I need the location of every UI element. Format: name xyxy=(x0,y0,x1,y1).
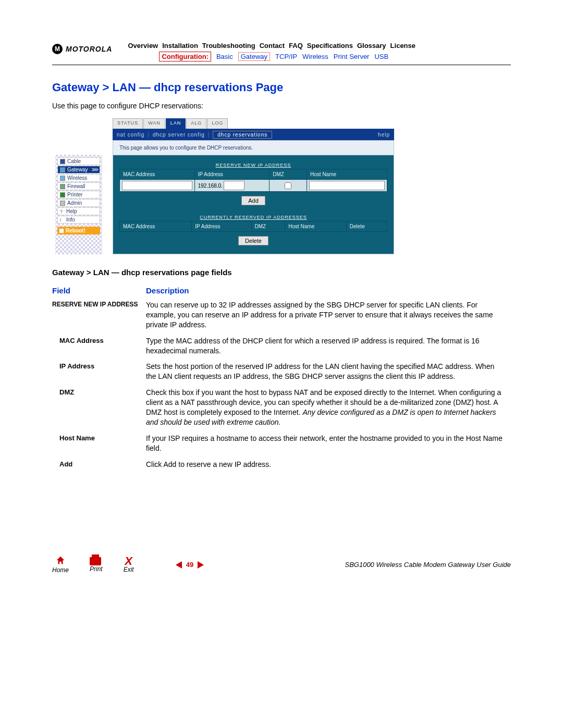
intro-text: Use this page to configure DHCP reservat… xyxy=(52,102,511,110)
field-desc: Click Add to reserve a new IP address. xyxy=(146,456,511,473)
col-description: Description xyxy=(146,284,511,297)
field-name: DMZ xyxy=(52,385,146,430)
guide-title: SBG1000 Wireless Cable Modem Gateway Use… xyxy=(345,561,511,569)
field-desc: Type the MAC address of the DHCP client … xyxy=(146,333,511,359)
sidenav-firewall[interactable]: Firewall xyxy=(57,182,100,190)
nav-configuration[interactable]: Configuration: xyxy=(159,52,211,61)
nav-contact[interactable]: Contact xyxy=(260,42,285,50)
tab-lan[interactable]: LAN xyxy=(166,118,186,129)
nav-glossary[interactable]: Glossary xyxy=(357,42,386,50)
field-name: MAC Address xyxy=(52,333,146,359)
reserve-new-title: RESERVE NEW IP ADDRESS xyxy=(119,163,387,168)
tab-status[interactable]: STATUS xyxy=(113,118,143,129)
prev-page-icon[interactable] xyxy=(176,561,182,569)
motorola-icon: M xyxy=(52,44,63,54)
subnav-wireless[interactable]: Wireless xyxy=(302,53,328,60)
field-name: Add xyxy=(52,456,146,473)
router-subtabs: nat config|dhcp server config|dhcp reser… xyxy=(113,129,394,140)
page-title: Gateway > LAN — dhcp reservations Page xyxy=(52,81,511,94)
footer-home[interactable]: Home xyxy=(52,556,69,574)
col-field: Field xyxy=(52,284,146,297)
field-name: IP Address xyxy=(52,359,146,385)
sidenav-info[interactable]: iInfo xyxy=(57,216,100,224)
tab-wan[interactable]: WAN xyxy=(143,118,165,129)
subtab-dhcp-server-config[interactable]: dhcp server config xyxy=(153,132,205,138)
router-panel: STATUSWANLANALGLOG nat config|dhcp serve… xyxy=(113,118,394,254)
fields-section-title: Gateway > LAN — dhcp reservations page f… xyxy=(52,268,511,277)
router-tabs: STATUSWANLANALGLOG xyxy=(113,118,394,129)
nav-overview[interactable]: Overview xyxy=(128,42,158,50)
subnav-gateway[interactable]: Gateway xyxy=(238,52,270,61)
reserved-list-table: MAC AddressIP AddressDMZHost NameDelete xyxy=(119,221,387,232)
ip-prefix: 192.168.0. xyxy=(197,183,224,189)
sidenav-help[interactable]: ?Help xyxy=(57,207,100,215)
add-button[interactable]: Add xyxy=(241,196,265,205)
reserved-list-title: CURRENTLY RESERVED IP ADDRESSES xyxy=(119,215,387,220)
panel-body: RESERVE NEW IP ADDRESS MAC AddressIP Add… xyxy=(113,155,394,254)
nav-installation[interactable]: Installation xyxy=(162,42,198,50)
nav-troubleshooting[interactable]: Troubleshooting xyxy=(202,42,255,50)
sidenav-wireless[interactable]: Wireless xyxy=(57,174,100,182)
reserve-new-table: MAC AddressIP AddressDMZHost Name 192.16… xyxy=(119,169,387,192)
field-name: Host Name xyxy=(52,430,146,456)
sidenav-reboot[interactable]: Reboot! xyxy=(57,227,100,235)
sidenav-admin[interactable]: Admin xyxy=(57,199,100,207)
close-icon: X xyxy=(124,557,134,566)
sidenav-gateway[interactable]: Gateway>>> xyxy=(57,166,100,174)
field-desc: Sets the host portion of the reserved IP… xyxy=(146,359,511,385)
host-name-input[interactable] xyxy=(309,181,385,190)
subnav-tcpip[interactable]: TCP/IP xyxy=(275,53,297,60)
subnav-basic[interactable]: Basic xyxy=(216,53,233,60)
ip-address-input[interactable] xyxy=(224,181,244,190)
document-page: M MOTOROLA OverviewInstallationTroublesh… xyxy=(0,0,563,595)
field-desc: Check this box if you want the host to b… xyxy=(146,385,511,430)
svg-marker-0 xyxy=(57,557,64,564)
field-desc: You can reserve up to 32 IP addresses as… xyxy=(146,297,511,333)
next-page-icon[interactable] xyxy=(198,561,204,569)
mac-address-input[interactable] xyxy=(122,181,192,190)
brand-logo: M MOTOROLA xyxy=(52,44,112,54)
sidenav-cable[interactable]: Cable xyxy=(57,157,100,165)
field-desc: If your ISP requires a hostname to acces… xyxy=(146,430,511,456)
footer-exit[interactable]: X Exit xyxy=(124,557,134,573)
dmz-checkbox[interactable] xyxy=(285,182,291,189)
subtab-dhcp-reservations[interactable]: dhcp reservations xyxy=(213,131,272,139)
pager: 49 xyxy=(176,561,204,569)
header: M MOTOROLA OverviewInstallationTroublesh… xyxy=(52,42,511,65)
page-number: 49 xyxy=(186,561,193,569)
brand-name: MOTOROLA xyxy=(66,45,112,53)
nav-license[interactable]: License xyxy=(390,42,415,50)
subtab-nat-config[interactable]: nat config xyxy=(117,132,144,138)
footer-print[interactable]: Print xyxy=(90,557,103,573)
page-footer: Home Print X Exit 49 SBG1000 Wireless Ca… xyxy=(52,556,511,574)
help-link[interactable]: help xyxy=(378,132,390,138)
router-sidenav: CableGateway>>>WirelessFirewallPrinterAd… xyxy=(55,155,102,254)
print-icon xyxy=(90,557,101,565)
panel-description: This page allows you to configure the DH… xyxy=(113,140,394,155)
delete-button[interactable]: Delete xyxy=(238,236,268,245)
subnav-printserver[interactable]: Print Server xyxy=(334,53,370,60)
tab-log[interactable]: LOG xyxy=(207,118,228,129)
subnav-usb[interactable]: USB xyxy=(374,53,388,60)
top-nav: OverviewInstallationTroubleshootingConta… xyxy=(128,42,511,61)
config-screenshot: CableGateway>>>WirelessFirewallPrinterAd… xyxy=(55,118,511,254)
sidenav-printer[interactable]: Printer xyxy=(57,191,100,199)
home-icon xyxy=(56,556,65,565)
nav-specifications[interactable]: Specifications xyxy=(307,42,353,50)
tab-alg[interactable]: ALG xyxy=(186,118,206,129)
fields-table: Field Description RESERVE NEW IP ADDRESS… xyxy=(52,284,511,472)
nav-faq[interactable]: FAQ xyxy=(289,42,303,50)
field-name: RESERVE NEW IP ADDRESS xyxy=(52,297,146,333)
